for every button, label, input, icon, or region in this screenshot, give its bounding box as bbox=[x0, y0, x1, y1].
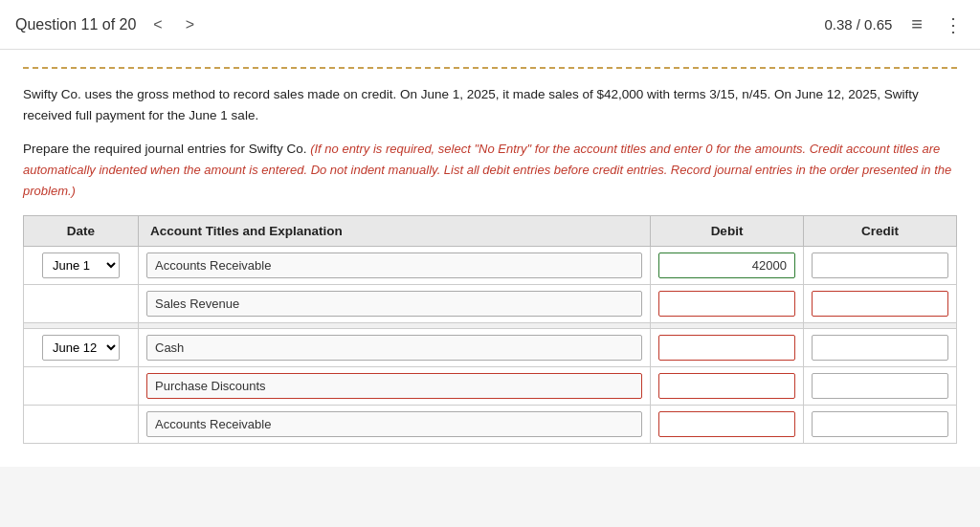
date-select[interactable]: June 1June 12 bbox=[42, 253, 120, 278]
date-cell[interactable]: June 1June 12 bbox=[24, 246, 139, 284]
score-label: 0.38 / 0.65 bbox=[824, 16, 892, 33]
col-header-account: Account Titles and Explanation bbox=[139, 215, 651, 246]
prepare-text: Prepare the required journal entries for… bbox=[23, 139, 957, 201]
account-cell[interactable] bbox=[139, 328, 651, 366]
col-header-debit: Debit bbox=[651, 215, 804, 246]
credit-input[interactable] bbox=[812, 411, 948, 437]
date-cell bbox=[24, 366, 139, 405]
list-icon-button[interactable]: ≡ bbox=[909, 11, 924, 37]
col-header-date: Date bbox=[24, 215, 139, 246]
account-input[interactable] bbox=[146, 373, 642, 399]
prev-button[interactable]: < bbox=[147, 14, 167, 35]
question-label: Question 11 of 20 bbox=[15, 16, 136, 33]
debit-input[interactable] bbox=[658, 411, 795, 437]
account-input[interactable] bbox=[146, 253, 642, 278]
credit-input[interactable] bbox=[812, 291, 948, 317]
credit-input[interactable] bbox=[812, 373, 948, 399]
content: Swifty Co. uses the gross method to reco… bbox=[0, 50, 980, 467]
header-left: Question 11 of 20 < > bbox=[15, 14, 200, 35]
date-cell bbox=[24, 284, 139, 322]
header: Question 11 of 20 < > 0.38 / 0.65 ≡ ⋮ bbox=[0, 0, 980, 50]
credit-cell[interactable] bbox=[804, 366, 957, 405]
credit-cell[interactable] bbox=[804, 246, 957, 284]
debit-input[interactable] bbox=[658, 291, 795, 317]
account-cell[interactable] bbox=[139, 366, 651, 405]
credit-input[interactable] bbox=[812, 253, 948, 278]
account-input[interactable] bbox=[146, 411, 642, 437]
account-input[interactable] bbox=[146, 335, 642, 361]
credit-cell[interactable] bbox=[804, 284, 957, 322]
col-header-credit: Credit bbox=[804, 215, 957, 246]
debit-cell[interactable] bbox=[651, 246, 804, 284]
credit-cell[interactable] bbox=[804, 328, 957, 366]
debit-input[interactable] bbox=[658, 253, 795, 278]
table-row: June 1June 12 bbox=[24, 246, 957, 284]
account-input[interactable] bbox=[146, 291, 642, 317]
date-cell bbox=[24, 405, 139, 443]
table-row bbox=[24, 405, 957, 443]
next-button[interactable]: > bbox=[180, 14, 200, 35]
account-cell[interactable] bbox=[139, 246, 651, 284]
debit-input[interactable] bbox=[658, 373, 795, 399]
journal-table: Date Account Titles and Explanation Debi… bbox=[23, 215, 957, 444]
more-icon-button[interactable]: ⋮ bbox=[942, 11, 965, 38]
dashed-divider bbox=[23, 67, 957, 69]
date-select[interactable]: June 1June 12 bbox=[42, 335, 120, 361]
credit-input[interactable] bbox=[812, 335, 948, 361]
table-row bbox=[24, 284, 957, 322]
debit-cell[interactable] bbox=[651, 366, 804, 405]
debit-cell[interactable] bbox=[651, 405, 804, 443]
table-row: June 1June 12 bbox=[24, 328, 957, 366]
debit-cell[interactable] bbox=[651, 328, 804, 366]
debit-cell[interactable] bbox=[651, 284, 804, 322]
credit-cell[interactable] bbox=[804, 405, 957, 443]
date-cell[interactable]: June 1June 12 bbox=[24, 328, 139, 366]
account-cell[interactable] bbox=[139, 284, 651, 322]
debit-input[interactable] bbox=[658, 335, 795, 361]
account-cell[interactable] bbox=[139, 405, 651, 443]
header-right: 0.38 / 0.65 ≡ ⋮ bbox=[824, 11, 965, 38]
table-row bbox=[24, 366, 957, 405]
intro-text: Swifty Co. uses the gross method to reco… bbox=[23, 84, 957, 125]
